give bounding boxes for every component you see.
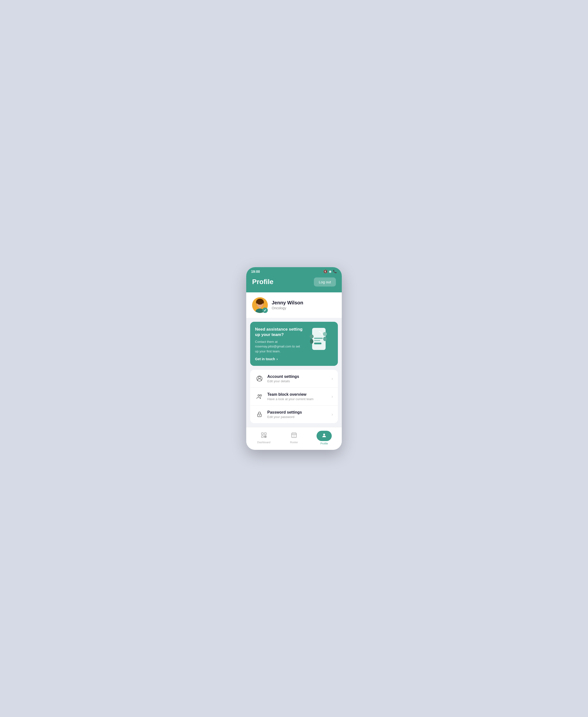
avatar-edit-icon[interactable] — [262, 308, 268, 313]
menu-section: Account settings Edit your details › Tea — [250, 370, 338, 423]
banner-description: Contact them at rosemay.pitsi@gmail.com … — [255, 340, 303, 354]
bottom-nav: Dashboard Roster — [246, 427, 342, 450]
status-icons: 🔇 ◉ 📞 — [323, 269, 337, 273]
team-block-text: Team block overview Have a look at your … — [264, 392, 332, 401]
svg-rect-6 — [259, 307, 261, 308]
svg-point-13 — [310, 339, 313, 344]
account-chevron-icon: › — [332, 376, 333, 381]
banner-text: Need assistance setting up your team? Co… — [255, 327, 306, 361]
svg-rect-10 — [314, 340, 320, 341]
svg-point-17 — [258, 377, 261, 379]
team-block-overview-item[interactable]: Team block overview Have a look at your … — [250, 388, 338, 406]
account-settings-item[interactable]: Account settings Edit your details › — [250, 370, 338, 388]
svg-point-22 — [259, 415, 260, 416]
svg-rect-11 — [314, 343, 321, 344]
team-chevron-icon: › — [332, 394, 333, 399]
account-icon — [255, 374, 264, 383]
svg-rect-24 — [264, 433, 266, 435]
phone-icon: 📞 — [333, 269, 337, 273]
password-icon — [255, 410, 264, 419]
assistance-banner: Need assistance setting up your team? Co… — [250, 322, 338, 366]
profile-nav-pill — [317, 431, 332, 441]
main-content: Jenny Wilson Oncology Need assistance se… — [246, 292, 342, 423]
svg-point-20 — [260, 395, 262, 396]
banner-title: Need assistance setting up your team? — [255, 327, 303, 338]
dashboard-icon — [261, 432, 267, 440]
nav-item-profile[interactable]: Profile — [309, 431, 339, 445]
svg-rect-28 — [292, 433, 296, 438]
profile-nav-icon — [321, 433, 327, 439]
nav-item-roster[interactable]: Roster — [279, 432, 309, 444]
avatar-wrapper — [252, 297, 268, 313]
password-chevron-icon: › — [332, 412, 333, 417]
nav-item-dashboard[interactable]: Dashboard — [249, 432, 279, 444]
status-bar: 19:00 🔇 ◉ 📞 — [246, 267, 342, 275]
profile-card: Jenny Wilson Oncology — [246, 292, 342, 318]
roster-label: Roster — [290, 441, 298, 444]
banner-illustration — [306, 327, 333, 354]
profile-label: Profile — [320, 442, 328, 445]
svg-point-12 — [310, 334, 314, 339]
profile-name: Jenny Wilson — [272, 300, 303, 306]
svg-point-14 — [323, 332, 327, 336]
header: Profile Log out — [246, 275, 342, 292]
svg-point-29 — [323, 434, 325, 435]
svg-point-4 — [256, 299, 264, 305]
svg-point-15 — [323, 337, 327, 341]
roster-icon — [291, 432, 297, 440]
sound-icon: 🔇 — [323, 269, 327, 273]
chevron-right-icon: › — [277, 357, 278, 361]
password-settings-item[interactable]: Password settings Edit your password › — [250, 406, 338, 423]
profile-specialty: Oncology — [272, 306, 303, 310]
logout-button[interactable]: Log out — [314, 278, 336, 286]
team-illustration — [307, 327, 332, 354]
phone-frame: 19:00 🔇 ◉ 📞 Profile Log out — [246, 267, 342, 450]
svg-rect-23 — [261, 433, 264, 435]
dashboard-label: Dashboard — [257, 441, 271, 444]
team-icon — [255, 392, 264, 401]
location-icon: ◉ — [329, 269, 332, 273]
password-settings-text: Password settings Edit your password — [264, 410, 332, 419]
status-time: 19:00 — [251, 269, 260, 274]
get-in-touch-link[interactable]: Get in touch › — [255, 357, 303, 361]
svg-point-19 — [258, 395, 260, 396]
account-settings-text: Account settings Edit your details — [264, 374, 332, 383]
profile-info: Jenny Wilson Oncology — [272, 300, 303, 310]
svg-rect-9 — [314, 338, 323, 339]
page-title: Profile — [252, 278, 273, 286]
svg-rect-25 — [261, 436, 264, 438]
